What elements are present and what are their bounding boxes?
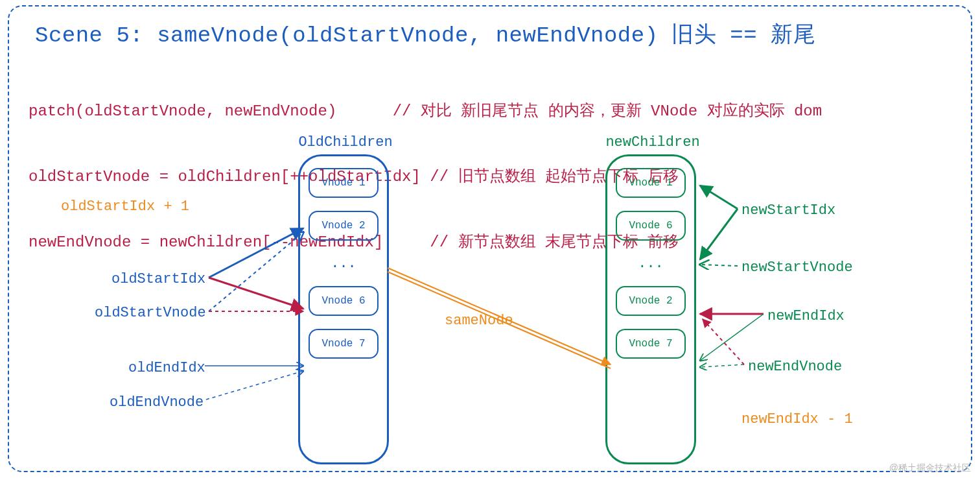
watermark: @稀土掘金技术社区 — [889, 462, 971, 474]
old-children-label: OldChildren — [281, 134, 410, 150]
scene-title: Scene 5: sameVnode(oldStartVnode, newEnd… — [35, 19, 815, 49]
old-ellipsis: ... — [331, 254, 356, 273]
new-vnode-1: Vnode 1 — [616, 168, 686, 198]
code-block: patch(oldStartVnode, newEndVnode) // 对比 … — [29, 57, 822, 297]
new-ellipsis: ... — [638, 254, 664, 273]
same-node-label: sameNode — [445, 313, 513, 329]
new-vnode-2: Vnode 2 — [616, 286, 686, 316]
old-start-vnode-label: oldStartVnode — [95, 305, 206, 321]
new-start-idx-label: newStartIdx — [741, 202, 835, 219]
new-vnode-6: Vnode 6 — [616, 211, 686, 241]
old-vnode-6: Vnode 6 — [309, 286, 379, 316]
old-children-column: OldChildren Vnode 1 Vnode 2 ... Vnode 6 … — [298, 154, 389, 464]
old-end-vnode-label: oldEndVnode — [110, 394, 204, 411]
new-end-vnode-label: newEndVnode — [748, 359, 842, 375]
new-start-vnode-label: newStartVnode — [741, 259, 853, 276]
code-line-2: oldStartVnode = oldChildren[++oldStartId… — [29, 166, 822, 188]
old-start-idx-plus: oldStartIdx + 1 — [61, 198, 189, 215]
old-vnode-1: Vnode 1 — [309, 168, 379, 198]
code-line-1: patch(oldStartVnode, newEndVnode) // 对比 … — [29, 101, 822, 123]
code-line-3: newEndVnode = newChildren[--newEndIdx] /… — [29, 232, 822, 254]
old-vnode-2: Vnode 2 — [309, 211, 379, 241]
new-end-idx-label: newEndIdx — [767, 308, 845, 324]
new-end-idx-minus: newEndIdx - 1 — [741, 411, 853, 427]
old-vnode-7: Vnode 7 — [309, 329, 379, 359]
new-children-column: newChildren Vnode 1 Vnode 6 ... Vnode 2 … — [605, 154, 696, 464]
old-end-idx-label: oldEndIdx — [128, 360, 205, 376]
new-vnode-7: Vnode 7 — [616, 329, 686, 359]
new-children-label: newChildren — [588, 134, 718, 150]
diagram-frame: Scene 5: sameVnode(oldStartVnode, newEnd… — [8, 5, 972, 472]
old-start-idx-label: oldStartIdx — [111, 271, 205, 287]
